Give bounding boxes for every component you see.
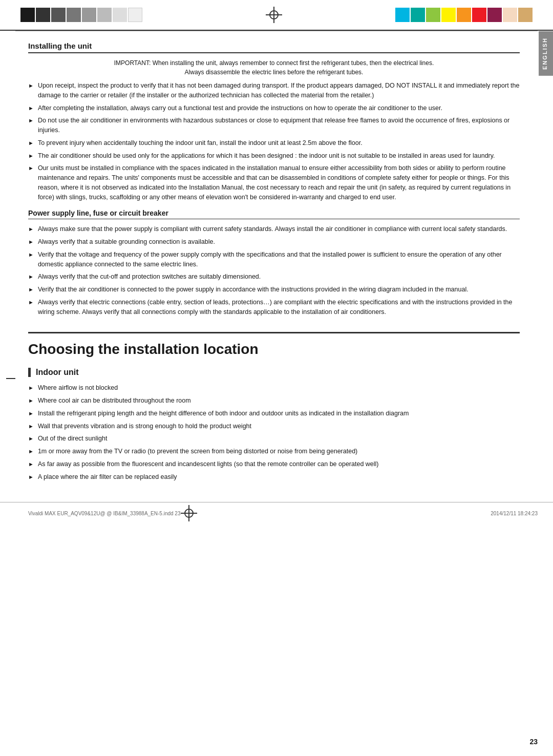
- color-block-6: [97, 8, 112, 22]
- list-item: ► Where airflow is not blocked: [28, 383, 520, 393]
- list-item: ► Install the refrigerant piping length …: [28, 409, 520, 418]
- bullet-text: Always verify that electric connections …: [38, 298, 520, 317]
- bullet-text: Out of the direct sunlight: [38, 434, 520, 444]
- color-block-orange: [457, 8, 471, 22]
- list-item: ► A place where the air filter can be re…: [28, 472, 520, 482]
- arrow-icon: ►: [28, 384, 34, 392]
- list-item: ► Upon receipt, inspect the product to v…: [28, 81, 520, 100]
- list-item: ► As far away as possible from the fluor…: [28, 459, 520, 469]
- important-text: IMPORTANT: When installing the unit, alw…: [28, 58, 520, 77]
- bullet-text: Where airflow is not blocked: [38, 383, 520, 393]
- arrow-icon: ►: [28, 298, 34, 307]
- list-item: ► Do not use the air conditioner in envi…: [28, 116, 520, 135]
- power-supply-bullet-list: ► Always make sure that the power supply…: [28, 224, 520, 317]
- color-block-1: [20, 8, 35, 22]
- crosshair-bottom-circle: [184, 509, 194, 518]
- color-block-teal: [411, 8, 425, 22]
- crosshair-icon: [266, 7, 282, 23]
- arrow-icon: ►: [28, 116, 34, 125]
- list-item: ► Wall that prevents vibration and is st…: [28, 422, 520, 431]
- arrow-icon: ►: [28, 422, 34, 431]
- color-block-7: [113, 8, 127, 22]
- arrow-icon: ►: [28, 285, 34, 294]
- arrow-icon: ►: [28, 164, 34, 173]
- arrow-icon: ►: [28, 272, 34, 281]
- bullet-text: Do not use the air conditioner in enviro…: [38, 116, 520, 135]
- bullet-text: Upon receipt, inspect the product to ver…: [38, 81, 520, 100]
- list-item: ► The air conditioner should be used onl…: [28, 151, 520, 161]
- color-block-yellow: [441, 8, 456, 22]
- installing-unit-bullet-list: ► Upon receipt, inspect the product to v…: [28, 81, 520, 202]
- bullet-text: To prevent injury when accidentally touc…: [38, 138, 520, 148]
- bullet-text: After completing the installation, alway…: [38, 103, 520, 113]
- arrow-icon: ►: [28, 460, 34, 469]
- bullet-text: Always verify that the cut-off and prote…: [38, 272, 520, 282]
- bullet-text: 1m or more away from the TV or radio (to…: [38, 447, 520, 456]
- list-item: ► After completing the installation, alw…: [28, 103, 520, 113]
- color-block-green: [426, 8, 440, 22]
- crosshair-bottom-icon: [181, 505, 197, 521]
- color-block-tan: [518, 8, 533, 22]
- color-blocks-right: [395, 8, 533, 22]
- list-item: ► Always verify that electric connection…: [28, 298, 520, 317]
- installing-unit-heading: Installing the unit: [28, 41, 520, 53]
- footer: Vivaldi MAX EUR_AQV09&12U@ @ IB&IM_33988…: [0, 502, 553, 524]
- bullet-text: Where cool air can be distributed throug…: [38, 396, 520, 406]
- crosshair-circle: [269, 10, 279, 19]
- footer-right-text: 2014/12/11 18:24:23: [491, 511, 538, 516]
- color-block-5: [82, 8, 96, 22]
- page-number: 23: [529, 738, 538, 746]
- color-block-magenta: [487, 8, 502, 22]
- list-item: ► Always make sure that the power supply…: [28, 224, 520, 234]
- color-block-8: [128, 8, 142, 22]
- color-block-cyan: [395, 8, 410, 22]
- bullet-text: Always make sure that the power supply i…: [38, 224, 520, 234]
- important-line2: Always disassemble the electric lines be…: [185, 69, 364, 76]
- indoor-unit-heading: Indoor unit: [28, 368, 520, 377]
- bullet-text: The air conditioner should be used only …: [38, 151, 520, 161]
- list-item: ► Always verify that the cut-off and pro…: [28, 272, 520, 282]
- indoor-unit-bullet-list: ► Where airflow is not blocked ► Where c…: [28, 383, 520, 481]
- arrow-icon: ►: [28, 104, 34, 113]
- choosing-location-section: Choosing the installation location Indoo…: [28, 332, 520, 481]
- language-tab: ENGLISH: [539, 31, 553, 76]
- bullet-text: A place where the air filter can be repl…: [38, 472, 520, 482]
- main-content: Installing the unit IMPORTANT: When inst…: [28, 41, 538, 487]
- color-block-2: [36, 8, 50, 22]
- power-supply-heading: Power supply line, fuse or circuit break…: [28, 209, 520, 219]
- arrow-icon: ►: [28, 409, 34, 418]
- important-line1: IMPORTANT: When installing the unit, alw…: [114, 59, 434, 67]
- color-block-red: [472, 8, 486, 22]
- page-content: ENGLISH Installing the unit IMPORTANT: W…: [0, 31, 553, 497]
- color-blocks-left: [20, 8, 142, 22]
- arrow-icon: ►: [28, 238, 34, 246]
- list-item: ► Verify that the voltage and frequency …: [28, 250, 520, 269]
- arrow-icon: ►: [28, 250, 34, 259]
- top-bar: [0, 0, 553, 31]
- footer-crosshair: [181, 505, 197, 521]
- indoor-unit-section: Indoor unit ► Where airflow is not block…: [28, 368, 520, 481]
- bullet-text: Verify that the voltage and frequency of…: [38, 250, 520, 269]
- color-block-skin: [503, 8, 517, 22]
- list-item: ► Verify that the air conditioner is con…: [28, 285, 520, 295]
- bullet-text: Always verify that a suitable grounding …: [38, 237, 520, 247]
- arrow-icon: ►: [28, 396, 34, 405]
- color-block-3: [51, 8, 66, 22]
- bullet-text: Install the refrigerant piping length an…: [38, 409, 520, 418]
- color-block-4: [67, 8, 81, 22]
- list-item: ► To prevent injury when accidentally to…: [28, 138, 520, 148]
- arrow-icon: ►: [28, 473, 34, 481]
- crosshair-center: [153, 7, 395, 23]
- bullet-text: Wall that prevents vibration and is stro…: [38, 422, 520, 431]
- power-supply-section: Power supply line, fuse or circuit break…: [28, 209, 520, 317]
- arrow-icon: ►: [28, 447, 34, 456]
- arrow-icon: ►: [28, 81, 34, 90]
- list-item: ► Always verify that a suitable groundin…: [28, 237, 520, 247]
- list-item: ► 1m or more away from the TV or radio (…: [28, 447, 520, 456]
- bullet-text: Our units must be installed in complianc…: [38, 163, 520, 202]
- list-item: ► Out of the direct sunlight: [28, 434, 520, 444]
- arrow-icon: ►: [28, 139, 34, 148]
- bullet-text: Verify that the air conditioner is conne…: [38, 285, 520, 295]
- installing-unit-section: Installing the unit IMPORTANT: When inst…: [28, 41, 520, 202]
- arrow-icon: ►: [28, 152, 34, 160]
